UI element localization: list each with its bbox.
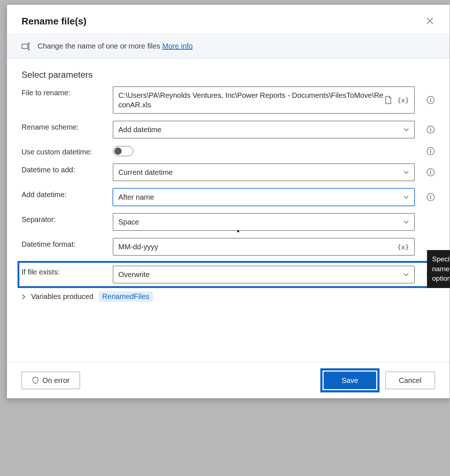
- svg-point-14: [430, 195, 431, 196]
- close-button[interactable]: [425, 16, 435, 26]
- row-datetime-to-add: Datetime to add: Current datetime: [22, 164, 435, 181]
- svg-rect-9: [430, 150, 431, 153]
- label-add-datetime: Add datetime:: [22, 188, 106, 199]
- input-datetime-format[interactable]: MM-dd-yyyy {x}: [113, 238, 415, 256]
- variable-picker-icon[interactable]: {x}: [397, 243, 409, 251]
- chevron-down-icon: [403, 194, 409, 200]
- label-separator: Separator:: [22, 213, 106, 224]
- label-use-custom-datetime: Use custom datetime:: [22, 146, 106, 156]
- svg-rect-3: [430, 99, 431, 102]
- label-variables-produced: Variables produced: [31, 292, 94, 301]
- tooltip-line: Specif: [432, 254, 450, 264]
- cancel-label: Cancel: [399, 376, 422, 385]
- value-datetime-format: MM-dd-yyyy: [118, 242, 397, 252]
- info-icon[interactable]: [426, 168, 435, 177]
- select-datetime-to-add[interactable]: Current datetime: [113, 164, 415, 181]
- chevron-down-icon: [403, 219, 409, 225]
- file-picker-icon[interactable]: [385, 96, 392, 104]
- value-separator: Space: [118, 218, 139, 226]
- chevron-down-icon: [403, 127, 409, 133]
- row-use-custom-datetime: Use custom datetime:: [22, 146, 435, 156]
- shield-icon: [32, 377, 39, 384]
- label-file-to-rename: File to rename:: [22, 87, 106, 97]
- select-separator[interactable]: Space ▲: [113, 213, 415, 231]
- save-button[interactable]: Save: [324, 372, 376, 389]
- select-if-file-exists[interactable]: Overwrite: [113, 266, 415, 283]
- row-add-datetime: Add datetime: After name: [22, 188, 435, 206]
- on-error-button[interactable]: On error: [22, 372, 80, 389]
- svg-rect-15: [430, 196, 431, 199]
- dialog-footer: On error Save Cancel: [7, 362, 450, 398]
- row-rename-scheme: Rename scheme: Add datetime: [22, 121, 435, 138]
- dialog-header: Rename file(s): [7, 5, 450, 34]
- label-if-file-exists: If file exists:: [22, 266, 106, 276]
- svg-rect-0: [22, 44, 28, 49]
- close-icon: [426, 17, 434, 24]
- on-error-label: On error: [42, 376, 69, 385]
- rename-files-dialog: Rename file(s) Change the name of one or…: [7, 4, 450, 399]
- svg-point-5: [430, 127, 431, 128]
- label-datetime-format: Datetime format:: [22, 238, 106, 249]
- value-if-file-exists: Overwrite: [118, 270, 150, 279]
- toggle-knob: [114, 147, 122, 155]
- svg-rect-6: [430, 129, 431, 132]
- cursor-caret-icon: ▲: [236, 228, 240, 233]
- input-file-to-rename[interactable]: C:\Users\PA\Reynolds Ventures, Inc\Power…: [113, 87, 415, 114]
- more-info-link[interactable]: More info: [162, 42, 192, 50]
- tooltip-line: option: [432, 274, 450, 284]
- value-datetime-to-add: Current datetime: [118, 168, 173, 177]
- chevron-down-icon: [403, 272, 409, 277]
- svg-point-11: [430, 170, 431, 171]
- value-add-datetime: After name: [118, 193, 154, 201]
- save-highlight-annotation: Save: [323, 371, 377, 390]
- save-label: Save: [342, 376, 358, 385]
- select-rename-scheme[interactable]: Add datetime: [113, 121, 415, 138]
- toggle-use-custom-datetime[interactable]: [113, 146, 133, 156]
- dialog-body: Select parameters File to rename: C:\Use…: [7, 59, 450, 362]
- info-icon[interactable]: [426, 125, 435, 134]
- label-rename-scheme: Rename scheme:: [22, 121, 106, 131]
- description-bar: Change the name of one or more files Mor…: [7, 34, 450, 59]
- svg-point-2: [430, 98, 431, 99]
- tooltip-separator-info: Specif name option: [427, 250, 450, 288]
- tooltip-line: name: [432, 264, 450, 274]
- description-text: Change the name of one or more files: [38, 42, 160, 50]
- info-icon[interactable]: [426, 193, 435, 201]
- info-icon[interactable]: [426, 96, 435, 104]
- chevron-down-icon: [403, 169, 409, 175]
- row-if-file-exists: If file exists: Overwrite: [19, 263, 437, 286]
- svg-point-8: [430, 149, 431, 150]
- label-datetime-to-add: Datetime to add:: [22, 164, 106, 174]
- row-file-to-rename: File to rename: C:\Users\PA\Reynolds Ven…: [22, 87, 435, 114]
- svg-rect-12: [430, 172, 431, 174]
- info-icon[interactable]: [426, 147, 435, 156]
- dialog-title: Rename file(s): [22, 16, 87, 27]
- row-datetime-format: Datetime format: MM-dd-yyyy {x}: [22, 238, 435, 256]
- value-rename-scheme: Add datetime: [118, 126, 161, 134]
- cancel-button[interactable]: Cancel: [385, 372, 435, 389]
- row-separator: Separator: Space ▲: [22, 213, 435, 231]
- chevron-right-icon: [22, 294, 26, 299]
- variable-picker-icon[interactable]: {x}: [397, 96, 409, 104]
- value-file-to-rename: C:\Users\PA\Reynolds Ventures, Inc\Power…: [118, 91, 385, 110]
- rename-icon: [22, 43, 32, 50]
- row-variables-produced[interactable]: Variables produced RenamedFiles: [22, 291, 435, 302]
- variable-badge-renamedfiles[interactable]: RenamedFiles: [99, 291, 153, 302]
- section-title: Select parameters: [22, 70, 435, 80]
- select-add-datetime[interactable]: After name: [113, 188, 415, 206]
